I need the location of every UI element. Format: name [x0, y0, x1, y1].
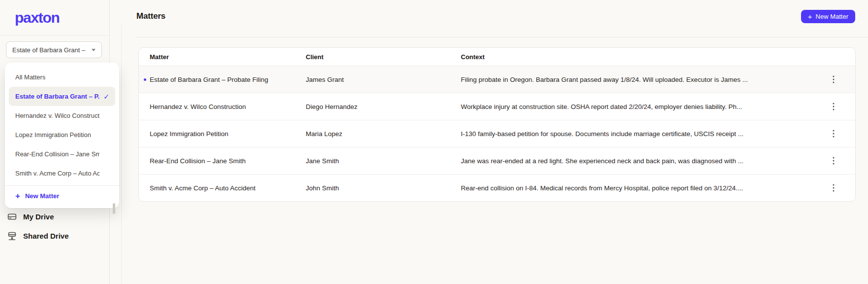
sidebar-item-label: Shared Drive [23, 232, 69, 240]
table-row[interactable]: Lopez Immigration Petition Maria Lopez I… [139, 120, 855, 147]
dropdown-item-label: Hernandez v. Wilco Construction [15, 112, 99, 119]
check-icon: ✓ [103, 93, 109, 101]
matter-cell: Smith v. Acme Corp – Auto Accident [150, 184, 306, 192]
page-title: Matters [136, 11, 165, 21]
dropdown-item-label: Smith v. Acme Corp – Auto Acc... [15, 170, 99, 177]
context-cell: Workplace injury at construction site. O… [461, 103, 828, 110]
row-menu-kebab-icon[interactable] [828, 73, 839, 85]
app-window: paxton Estate of Barbara Grant – ... My … [0, 0, 868, 284]
table-row[interactable]: Smith v. Acme Corp – Auto Accident John … [139, 174, 855, 201]
client-cell: John Smith [306, 184, 461, 192]
matter-cell: Hernandez v. Wilco Construction [150, 103, 306, 110]
dropdown-item[interactable]: Lopez Immigration Petition ✓ [9, 125, 115, 144]
dropdown-item-label: Rear-End Collision – Jane Smith [15, 150, 99, 158]
client-cell: Diego Hernandez [306, 103, 461, 110]
row-menu-kebab-icon[interactable] [828, 182, 839, 194]
matter-cell: Rear-End Collision – Jane Smith [150, 157, 306, 165]
dropdown-item-label: Lopez Immigration Petition [15, 131, 91, 139]
table-row[interactable]: Rear-End Collision – Jane Smith Jane Smi… [139, 147, 855, 174]
context-cell: I-130 family-based petition for spouse. … [461, 130, 828, 138]
hard-drive-icon [7, 212, 17, 222]
column-header-context: Context [461, 53, 828, 61]
plus-icon: + [15, 192, 20, 200]
matter-cell: Lopez Immigration Petition [150, 130, 306, 138]
row-menu-kebab-icon[interactable] [828, 155, 839, 167]
new-matter-button-label: New Matter [816, 13, 848, 20]
sidebar-scrollbar-thumb[interactable] [113, 203, 115, 214]
matter-selector-dropdown[interactable]: Estate of Barbara Grant – ... [6, 41, 102, 58]
paxton-logo: paxton [15, 10, 60, 25]
context-cell: Filing probate in Oregon. Barbara Grant … [461, 76, 828, 83]
table-header-row: Matter Client Context [139, 48, 855, 66]
dropdown-item-label: All Matters [15, 73, 45, 81]
drive-nav: My Drive Shared Drive [7, 207, 105, 246]
dropdown-item-label: Estate of Barbara Grant – P... [15, 93, 99, 100]
column-header-client: Client [306, 53, 461, 61]
sidebar-item-shared-drive[interactable]: Shared Drive [7, 226, 105, 246]
context-cell: Jane was rear-ended at a red light. She … [461, 157, 828, 165]
main-header: Matters + New Matter [122, 0, 868, 33]
table-row[interactable]: Hernandez v. Wilco Construction Diego He… [139, 93, 855, 120]
dropdown-item[interactable]: Smith v. Acme Corp – Auto Acc... ✓ [9, 164, 115, 183]
matter-cell: Estate of Barbara Grant – Probate Filing [150, 76, 306, 83]
client-cell: James Grant [306, 76, 461, 83]
sidebar-item-my-drive[interactable]: My Drive [7, 207, 105, 226]
new-matter-button[interactable]: + New Matter [801, 10, 855, 23]
client-cell: Jane Smith [306, 157, 461, 165]
sidebar-item-label: My Drive [23, 213, 54, 221]
column-header-matter: Matter [150, 53, 306, 61]
dropdown-new-matter-button[interactable]: + New Matter [9, 187, 115, 204]
matter-dropdown-menu: All Matters ✓ Estate of Barbara Grant – … [5, 63, 119, 208]
row-menu-kebab-icon[interactable] [828, 128, 839, 140]
table-row[interactable]: Estate of Barbara Grant – Probate Filing… [139, 66, 855, 93]
context-cell: Rear-end collision on I-84. Medical reco… [461, 184, 828, 192]
matter-selector-value: Estate of Barbara Grant – ... [12, 46, 88, 54]
main-content: Matters + New Matter Matter Client Conte… [122, 0, 868, 284]
active-matter-dot-icon [144, 78, 146, 81]
dropdown-item[interactable]: Estate of Barbara Grant – P... ✓ [9, 87, 115, 106]
matters-table: Matter Client Context Estate of Barbara … [138, 47, 856, 202]
plus-icon: + [808, 13, 812, 20]
row-menu-kebab-icon[interactable] [828, 101, 839, 112]
dropdown-item[interactable]: Hernandez v. Wilco Construction ✓ [9, 106, 115, 125]
header-divider [135, 37, 868, 37]
client-cell: Maria Lopez [306, 130, 461, 138]
dropdown-item[interactable]: Rear-End Collision – Jane Smith ✓ [9, 144, 115, 164]
dropdown-divider [5, 185, 119, 186]
shared-drive-icon [7, 231, 17, 241]
chevron-down-icon [92, 49, 96, 51]
new-matter-label: New Matter [25, 192, 59, 200]
dropdown-item[interactable]: All Matters ✓ [9, 68, 115, 87]
logo-section: paxton [0, 0, 109, 36]
